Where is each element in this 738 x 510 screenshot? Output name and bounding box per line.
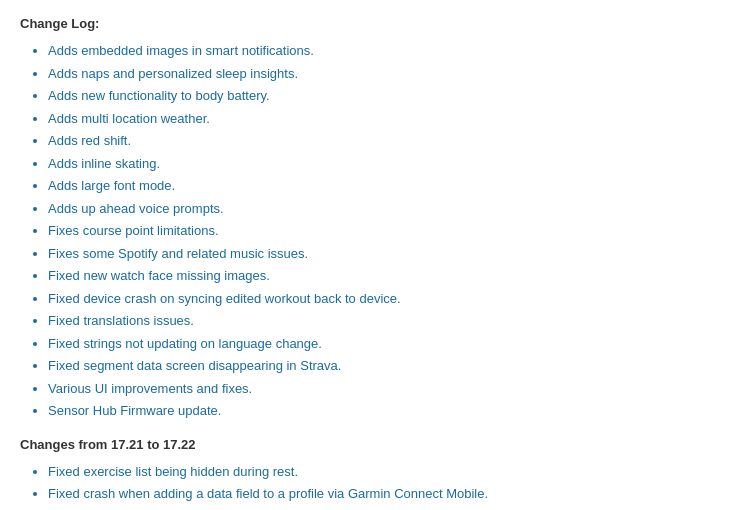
list-item: Adds naps and personalized sleep insight… (48, 64, 718, 84)
list-item: Fixes some Spotify and related music iss… (48, 244, 718, 264)
list-item: Adds up ahead voice prompts. (48, 199, 718, 219)
list-item: Fixed exercise list being hidden during … (48, 462, 718, 482)
list-item: Fixes course point limitations. (48, 221, 718, 241)
list-item: Fixed segment data screen disappearing i… (48, 356, 718, 376)
changes-list: Fixed exercise list being hidden during … (48, 462, 718, 511)
list-item: Various UI improvements and fixes. (48, 379, 718, 399)
list-item: Adds new functionality to body battery. (48, 86, 718, 106)
list-item: Adds red shift. (48, 131, 718, 151)
list-item: Adds large font mode. (48, 176, 718, 196)
list-item: Fixed translations issues. (48, 311, 718, 331)
changelog-list: Adds embedded images in smart notificati… (48, 41, 718, 421)
list-item: Adds multi location weather. (48, 109, 718, 129)
list-item: Sensor Hub Firmware update. (48, 401, 718, 421)
list-item: Fixed device crash when adding stamina f… (48, 507, 718, 511)
list-item: Adds inline skating. (48, 154, 718, 174)
list-item: Fixed new watch face missing images. (48, 266, 718, 286)
changes-section: Changes from 17.21 to 17.22 Fixed exerci… (20, 437, 718, 511)
list-item: Fixed crash when adding a data field to … (48, 484, 718, 504)
list-item: Adds embedded images in smart notificati… (48, 41, 718, 61)
changelog-title: Change Log: (20, 16, 718, 31)
changelog-section: Change Log: Adds embedded images in smar… (20, 16, 718, 421)
changes-title: Changes from 17.21 to 17.22 (20, 437, 718, 452)
list-item: Fixed strings not updating on language c… (48, 334, 718, 354)
list-item: Fixed device crash on syncing edited wor… (48, 289, 718, 309)
